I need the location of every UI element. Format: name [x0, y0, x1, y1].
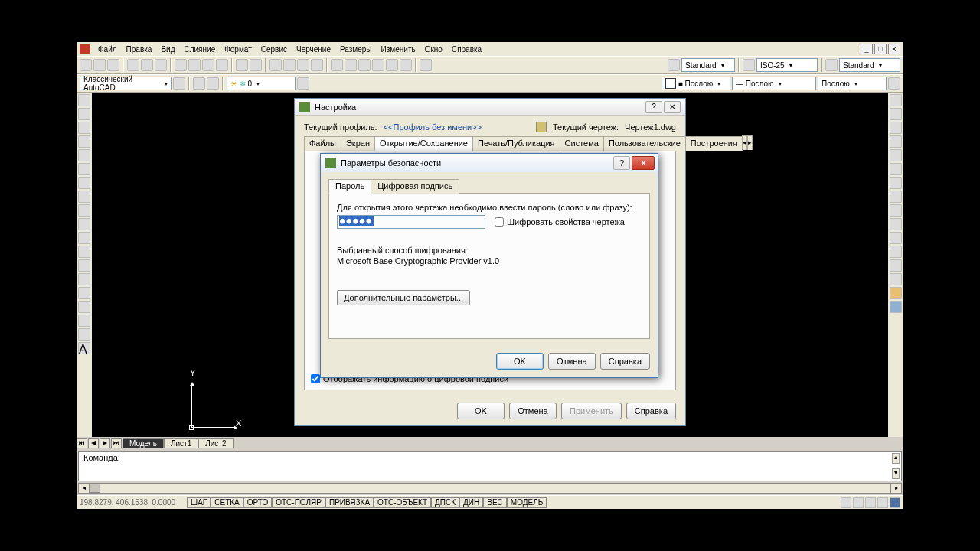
- workspace-dropdown[interactable]: Классический AutoCAD▾: [80, 77, 172, 90]
- props-icon[interactable]: [331, 59, 343, 71]
- security-ok-button[interactable]: OK: [496, 353, 544, 370]
- tablestyle-dropdown[interactable]: Standard▾: [839, 58, 900, 72]
- zoom-prev-icon[interactable]: [311, 59, 323, 71]
- tray-icon-4[interactable]: [877, 497, 888, 508]
- pline-icon[interactable]: [78, 122, 90, 134]
- array-icon[interactable]: [890, 149, 902, 161]
- hatch-icon[interactable]: [78, 287, 90, 299]
- trim-icon[interactable]: [890, 218, 902, 230]
- tab-display[interactable]: Экран: [341, 136, 375, 151]
- ssm-icon[interactable]: [372, 59, 384, 71]
- join-icon[interactable]: [890, 259, 902, 272]
- layer-prev-icon[interactable]: [207, 77, 219, 90]
- status-dyn[interactable]: ДИН: [459, 497, 483, 508]
- tab-draft[interactable]: Построения: [685, 136, 743, 151]
- status-polar[interactable]: ОТС-ПОЛЯР: [272, 497, 325, 508]
- options-close-button[interactable]: ✕: [664, 101, 681, 113]
- erase-icon[interactable]: [890, 94, 902, 106]
- publish-icon[interactable]: [155, 59, 167, 71]
- save-icon[interactable]: [107, 59, 119, 71]
- status-osnap[interactable]: ПРИВЯЗКА: [325, 497, 374, 508]
- menu-edit[interactable]: Правка: [122, 45, 157, 54]
- pan-icon[interactable]: [270, 59, 282, 71]
- menu-modify[interactable]: Изменить: [377, 45, 420, 54]
- copy-icon[interactable]: [188, 59, 201, 71]
- status-grid[interactable]: СЕТКА: [211, 497, 243, 508]
- circle-icon[interactable]: [78, 177, 90, 189]
- tab-password[interactable]: Пароль: [328, 179, 371, 194]
- block-icon[interactable]: [78, 259, 90, 272]
- offset-icon[interactable]: [890, 135, 902, 148]
- menu-window[interactable]: Окно: [420, 45, 447, 54]
- color-dropdown[interactable]: ■ Послою▾: [662, 77, 730, 90]
- ellipse-icon[interactable]: [78, 218, 90, 230]
- tab-sheet1[interactable]: Лист1: [164, 438, 198, 448]
- security-cancel-button[interactable]: Отмена: [548, 353, 596, 370]
- markup-icon[interactable]: [386, 59, 398, 71]
- hscrollbar[interactable]: ◂ ▸: [78, 483, 902, 494]
- mtext-icon[interactable]: A: [78, 342, 90, 354]
- preview-icon[interactable]: [141, 59, 153, 71]
- options-help-button[interactable]: ?: [645, 101, 662, 113]
- maximize-button[interactable]: □: [874, 44, 887, 54]
- linetype-dropdown[interactable]: — Послою▾: [732, 77, 816, 90]
- options-ok-button[interactable]: OK: [457, 403, 505, 419]
- dc-icon[interactable]: [345, 59, 357, 71]
- print-icon[interactable]: [127, 59, 139, 71]
- ellarc-icon[interactable]: [78, 232, 90, 244]
- password-input[interactable]: ●●●●●: [337, 215, 485, 229]
- table-icon[interactable]: [78, 328, 90, 341]
- tp-icon[interactable]: [358, 59, 371, 71]
- mirror-icon[interactable]: [890, 122, 902, 134]
- status-snap[interactable]: ШАГ: [187, 497, 211, 508]
- move-icon[interactable]: [890, 163, 902, 175]
- layer-iso-icon[interactable]: [297, 77, 309, 90]
- scale-icon[interactable]: [890, 191, 902, 203]
- hscroll-left[interactable]: ◂: [79, 484, 90, 493]
- spline-icon[interactable]: [78, 204, 90, 217]
- tray-icon-1[interactable]: [841, 497, 851, 508]
- revcloud-icon[interactable]: [78, 191, 90, 203]
- copy-obj-icon[interactable]: [890, 108, 902, 120]
- tray-icon-2[interactable]: [853, 497, 864, 508]
- new-icon[interactable]: [80, 59, 92, 71]
- tablestyle-icon[interactable]: [825, 59, 838, 71]
- tab-user[interactable]: Пользовательские: [603, 136, 686, 151]
- tab-first-button[interactable]: ⏮: [77, 438, 87, 448]
- menu-file[interactable]: Файл: [93, 45, 122, 54]
- tab-prev-button[interactable]: ◀: [88, 438, 99, 448]
- dimstyle-dropdown[interactable]: ISO-25▾: [756, 58, 818, 72]
- menu-format[interactable]: Формат: [220, 45, 256, 54]
- ws-settings-icon[interactable]: [173, 77, 185, 90]
- paste-icon[interactable]: [202, 59, 214, 71]
- gradient-icon[interactable]: [78, 301, 90, 313]
- hscroll-thumb[interactable]: [90, 484, 100, 493]
- close-button[interactable]: ×: [888, 44, 900, 54]
- cmd-scroll-up[interactable]: ▴: [892, 453, 900, 464]
- tabs-scroll-right[interactable]: ▸: [747, 135, 753, 150]
- tab-signature[interactable]: Цифровая подпись: [371, 179, 459, 194]
- plot-style-icon[interactable]: [888, 77, 900, 90]
- redo-icon[interactable]: [250, 59, 262, 71]
- chamfer-icon[interactable]: [890, 273, 902, 285]
- tab-sheet2[interactable]: Лист2: [198, 438, 233, 448]
- menu-service[interactable]: Сервис: [256, 45, 292, 54]
- fillet-icon[interactable]: [890, 287, 902, 299]
- tab-files[interactable]: Файлы: [304, 136, 341, 151]
- stretch-icon[interactable]: [890, 204, 902, 217]
- tabs-scroll-left[interactable]: ◂: [742, 135, 747, 150]
- xline-icon[interactable]: [78, 108, 90, 120]
- show-sig-info-checkbox[interactable]: [311, 374, 320, 383]
- cut-icon[interactable]: [175, 59, 187, 71]
- zoom-rt-icon[interactable]: [283, 59, 296, 71]
- tab-opensave[interactable]: Открытие/Сохранение: [374, 136, 473, 151]
- tab-model[interactable]: Модель: [122, 438, 164, 448]
- help-icon[interactable]: [420, 59, 432, 71]
- rect-icon[interactable]: [78, 149, 90, 161]
- tray-menu-icon[interactable]: [890, 497, 900, 508]
- line-icon[interactable]: [78, 94, 90, 106]
- zoom-win-icon[interactable]: [297, 59, 309, 71]
- menu-view[interactable]: Вид: [156, 45, 179, 54]
- encrypt-props-checkbox[interactable]: [495, 217, 504, 227]
- options-apply-button[interactable]: Применить: [561, 403, 622, 419]
